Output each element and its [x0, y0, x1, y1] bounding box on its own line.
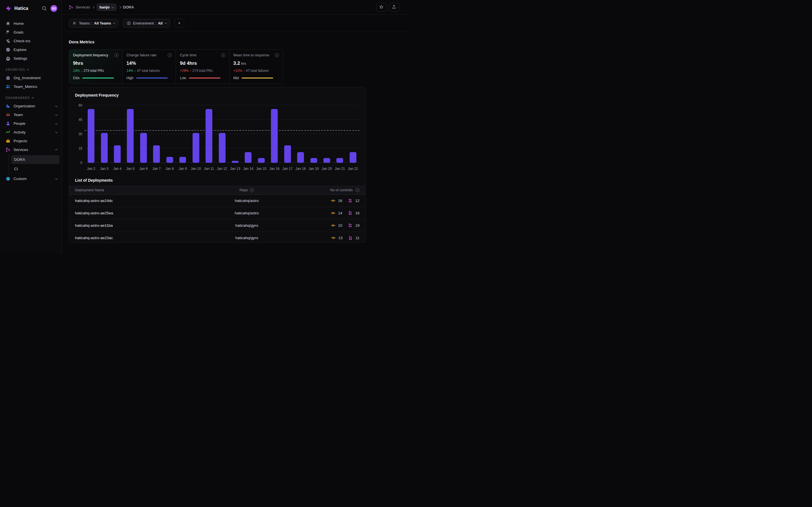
x-tick-label: Jan 7 — [153, 167, 161, 171]
bar[interactable] — [127, 109, 134, 163]
avatar[interactable]: SD — [50, 5, 57, 12]
sidebar-item-projects[interactable]: Projects — [0, 136, 62, 145]
x-tick-label: Jan 11 — [204, 167, 214, 171]
info-icon[interactable] — [250, 188, 254, 192]
info-icon[interactable] — [221, 53, 225, 57]
bar[interactable] — [114, 145, 121, 163]
bar[interactable] — [179, 157, 186, 163]
dashboards-section-header[interactable]: DASHBOARDS — [0, 91, 62, 102]
bar[interactable] — [153, 145, 160, 163]
bar[interactable] — [88, 109, 94, 163]
metric-card-cycle-time[interactable]: Cycle time 9d 4hrs +29% ↑ 273 total PRs … — [176, 50, 230, 83]
sidebar-header: Hatica SD — [0, 5, 62, 12]
bar[interactable] — [140, 133, 147, 163]
sidebar-item-settings[interactable]: Settings — [0, 54, 62, 63]
favorites-section-header[interactable]: FAVORITES — [0, 63, 62, 73]
chevron-down-icon — [55, 105, 57, 107]
sidebar-item-home[interactable]: Home — [0, 19, 62, 28]
sidebar-subitem-dora[interactable]: DORA — [11, 155, 59, 164]
commit-count: 14 — [331, 211, 342, 216]
bar[interactable] — [350, 152, 356, 163]
flag-icon — [6, 30, 10, 35]
search-icon[interactable] — [42, 6, 47, 11]
bar[interactable] — [206, 109, 212, 163]
repo-name: haticahq/gyro — [188, 236, 306, 240]
environment-filter[interactable]: Environment : All — [123, 19, 170, 27]
table-row[interactable]: haticahq-astro-ae24dc haticahq/astro 16 … — [69, 194, 365, 207]
sidebar-item-goals[interactable]: Goals — [0, 28, 62, 37]
sidebar-item-org-investment[interactable]: $ Org_Investment — [0, 73, 62, 82]
git-commit-icon — [331, 211, 336, 216]
bar[interactable] — [323, 158, 330, 163]
table-row[interactable]: haticahq-astro-ae11ba haticahq/gyro 10 1… — [69, 219, 365, 232]
sidebar-nav: Home Goals Check-ins Explore — [0, 19, 62, 63]
breadcrumb-root[interactable]: Services — [75, 5, 90, 9]
chart-x-axis: Jan 2Jan 3Jan 4Jan 5Jan 6Jan 7Jan 8Jan 9… — [85, 165, 359, 173]
favorite-button[interactable] — [376, 3, 387, 11]
metric-card-change-failure-rate[interactable]: Change failure rate 14% 14% ↓ 47 total f… — [123, 50, 176, 83]
sidebar-subitem-ci[interactable]: CI — [11, 165, 59, 173]
add-filter-button[interactable]: + — [174, 18, 184, 27]
x-tick-label: Jan 12 — [217, 167, 227, 171]
sidebar-item-activity[interactable]: Activity — [0, 128, 62, 136]
gear-icon — [6, 56, 10, 61]
compass-icon — [6, 47, 10, 52]
info-icon[interactable] — [114, 53, 118, 57]
users-icon — [72, 21, 77, 25]
sidebar-item-team-metrics[interactable]: Team_Metrics — [0, 82, 62, 91]
activity-chart-icon — [6, 130, 10, 135]
sidebar-item-services[interactable]: Services — [0, 145, 62, 154]
sidebar-item-people[interactable]: People — [0, 119, 62, 128]
x-tick-label: Jan 20 — [322, 167, 332, 171]
bar[interactable] — [258, 158, 265, 163]
chevron-down-icon — [55, 122, 57, 124]
x-tick-label: Jan 5 — [126, 167, 135, 171]
export-button[interactable] — [389, 3, 399, 11]
bar[interactable] — [284, 145, 291, 163]
bar[interactable] — [297, 152, 304, 163]
chart-y-axis: 015304560 — [75, 105, 85, 163]
sidebar-item-checkins[interactable]: Check-ins — [0, 37, 62, 45]
dora-panel: Deployment Frequency 015304560 Jan 2Jan … — [69, 87, 366, 242]
person-icon — [6, 121, 10, 126]
tier-bar — [189, 77, 220, 78]
bar[interactable] — [336, 158, 343, 163]
metric-cards: Deployment frequency 9hrs 14% ↓ 273 tota… — [69, 49, 283, 84]
sidebar-item-organization[interactable]: Organization — [0, 102, 62, 110]
bar[interactable] — [219, 133, 225, 163]
pr-count: 19 — [348, 223, 359, 228]
teams-filter[interactable]: Teams : All Teams — [69, 19, 119, 27]
metric-delta: 14% ↓ 273 total PRs — [73, 69, 118, 73]
table-row[interactable]: haticahq-astro-ae23ac haticahq/gyro 13 1… — [69, 232, 365, 244]
bar[interactable] — [101, 133, 108, 163]
breadcrumb-current: DORA — [123, 5, 134, 9]
bar[interactable] — [232, 161, 239, 163]
bar[interactable] — [271, 109, 278, 163]
tier-bar — [82, 77, 114, 78]
x-tick-label: Jan 13 — [230, 167, 240, 171]
table-row[interactable]: haticahq-astro-ae25ea haticahq/astro 14 … — [69, 207, 365, 219]
bar[interactable] — [193, 133, 199, 163]
info-icon[interactable] — [356, 188, 359, 192]
bar[interactable] — [166, 157, 173, 163]
info-icon[interactable] — [168, 53, 172, 57]
bar[interactable] — [245, 152, 252, 163]
deployments-title: List of Deployments — [69, 173, 365, 186]
star-icon — [379, 4, 384, 10]
metric-card-mean-time-to-response[interactable]: Mean time to response 3.2 hrs +12% ↑ 47 … — [230, 50, 283, 83]
commit-count: 16 — [331, 198, 342, 203]
sidebar-item-custom[interactable]: Custom — [0, 174, 62, 183]
metric-delta: +29% ↑ 273 total PRs — [180, 69, 225, 73]
x-tick-label: Jan 14 — [243, 167, 253, 171]
chevron-down-icon — [55, 177, 57, 179]
x-tick-label: Jan 9 — [179, 167, 187, 171]
page-content: Dora Metrics Deployment frequency 9hrs 1… — [62, 32, 406, 253]
x-tick-label: Jan 15 — [256, 167, 266, 171]
project-selector[interactable]: banjo — [96, 3, 117, 11]
bar[interactable] — [310, 158, 317, 163]
sidebar-item-team[interactable]: Team — [0, 110, 62, 119]
chevron-down-icon — [112, 6, 114, 8]
metric-card-deployment-frequency[interactable]: Deployment frequency 9hrs 14% ↓ 273 tota… — [69, 50, 123, 83]
sidebar-item-explore[interactable]: Explore — [0, 45, 62, 54]
info-icon[interactable] — [275, 53, 279, 57]
